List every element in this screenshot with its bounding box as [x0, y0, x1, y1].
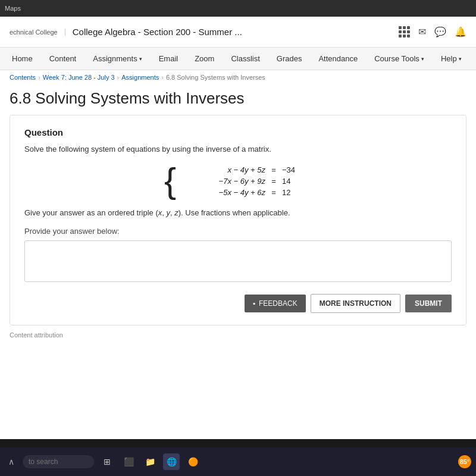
eq2-sign: =	[268, 177, 280, 186]
breadcrumb-sep-3: ›	[161, 74, 164, 81]
page-title-area: 6.8 Solving Systems with Inverses	[0, 84, 476, 115]
nav-grades[interactable]: Grades	[274, 49, 305, 68]
more-instruction-button[interactable]: MORE INSTRUCTION	[311, 294, 400, 313]
answer-input[interactable]	[24, 240, 452, 282]
nav-assignments[interactable]: Assignments ▾	[90, 49, 144, 68]
course-title: College Algebra - Section 200 - Summer .…	[73, 27, 242, 37]
nav-email[interactable]: Email	[156, 49, 181, 68]
instructions-text: Give your answer as an ordered triple (x…	[24, 208, 452, 217]
nav-help[interactable]: Help ▾	[439, 49, 464, 68]
content-attribution: Content attribution	[10, 331, 466, 339]
system-bar: Maps	[0, 0, 476, 17]
eq3-left: −5x − 4y + 6z	[182, 188, 265, 197]
breadcrumb-sep-2: ›	[117, 74, 120, 81]
eq2-right: 14	[282, 177, 312, 186]
course-tools-caret: ▾	[421, 56, 424, 62]
breadcrumb-assignments[interactable]: Assignments	[121, 74, 159, 81]
submit-button[interactable]: SUBMIT	[405, 295, 452, 312]
taskbar-left: ∧ ⊞ ⬛ 📁 🌐 🟠	[5, 453, 201, 470]
grid-icon-button[interactable]	[399, 26, 410, 37]
nav-home[interactable]: Home	[10, 49, 35, 68]
bell-icon-button[interactable]: 🔔	[455, 26, 466, 37]
eq3-right: 12	[282, 188, 312, 197]
equation-system: { x − 4y + 5z = −34 −7x − 6y + 9z = 14 −…	[24, 163, 452, 199]
nav-attendance[interactable]: Attendance	[316, 49, 360, 68]
assignments-caret: ▾	[139, 56, 142, 62]
eq2-left: −7x − 6y + 9z	[182, 177, 265, 186]
breadcrumb-week[interactable]: Week 7: June 28 - July 3	[43, 74, 115, 81]
eq3-sign: =	[268, 188, 280, 197]
nav-zoom[interactable]: Zoom	[192, 49, 217, 68]
feedback-button[interactable]: ▪ FEEDBACK	[245, 295, 306, 312]
chat-icon-button[interactable]: 💬	[434, 26, 446, 37]
breadcrumb: Contents › Week 7: June 28 - July 3 › As…	[0, 70, 476, 84]
college-name: echnical College	[10, 29, 65, 36]
nav-course-tools[interactable]: Course Tools ▾	[372, 49, 427, 68]
equations: x − 4y + 5z = −34 −7x − 6y + 9z = 14 −5x…	[182, 165, 312, 197]
nav-content[interactable]: Content	[47, 49, 79, 68]
taskbar: ∧ ⊞ ⬛ 📁 🌐 🟠 85°	[0, 447, 476, 476]
taskbar-right: 85°	[458, 455, 471, 468]
temperature-badge: 85°	[458, 455, 471, 468]
breadcrumb-sep-1: ›	[38, 74, 40, 81]
taskbar-icon-2[interactable]: ⬛	[120, 453, 137, 470]
up-arrow-icon[interactable]: ∧	[5, 455, 18, 469]
page-title: 6.8 Solving Systems with Inverses	[10, 89, 466, 108]
equation-3: −5x − 4y + 6z = 12	[182, 188, 312, 197]
eq1-left: x − 4y + 5z	[182, 165, 265, 174]
taskbar-search-input[interactable]	[23, 455, 94, 468]
content-card: Question Solve the following system of e…	[10, 115, 466, 325]
mail-icon-button[interactable]: ✉	[418, 26, 426, 37]
equation-2: −7x − 6y + 9z = 14	[182, 177, 312, 186]
college-brand: echnical College College Algebra - Secti…	[10, 27, 242, 37]
grid-icon	[399, 26, 410, 37]
breadcrumb-current: 6.8 Solving Systems with Inverses	[166, 74, 265, 81]
breadcrumb-contents[interactable]: Contents	[10, 74, 36, 81]
button-row: ▪ FEEDBACK MORE INSTRUCTION SUBMIT	[24, 294, 452, 313]
eq1-sign: =	[268, 165, 280, 174]
nav-classlist[interactable]: Classlist	[228, 49, 262, 68]
left-brace: {	[164, 163, 176, 199]
page-wrapper: echnical College College Algebra - Secti…	[0, 17, 476, 439]
eq1-right: −34	[282, 165, 312, 174]
taskbar-icon-browser[interactable]: 🌐	[163, 453, 180, 470]
answer-label: Provide your answer below:	[24, 227, 452, 236]
nav-bar: Home Content Assignments ▾ Email Zoom Cl…	[0, 48, 476, 70]
feedback-icon: ▪	[253, 299, 255, 308]
system-bar-text: Maps	[5, 5, 21, 12]
taskbar-icon-3[interactable]: 📁	[142, 453, 158, 470]
question-label: Question	[24, 127, 452, 137]
help-caret: ▾	[459, 56, 462, 62]
question-text: Solve the following system of equations …	[24, 145, 452, 154]
equation-1: x − 4y + 5z = −34	[182, 165, 312, 174]
taskbar-icon-4[interactable]: 🟠	[184, 453, 201, 470]
taskbar-icon-1[interactable]: ⊞	[99, 453, 115, 470]
header-icons: ✉ 💬 🔔	[399, 26, 466, 37]
top-header: echnical College College Algebra - Secti…	[0, 17, 476, 48]
